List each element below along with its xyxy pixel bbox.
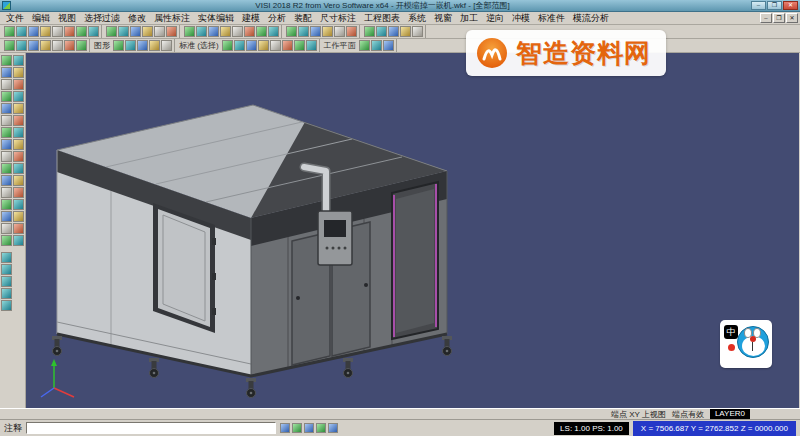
修改[interactable]: 修改 [124,12,150,25]
pick-solid[interactable] [270,40,281,51]
help-assistant[interactable] [1,300,12,311]
top-view[interactable] [346,26,357,37]
split-body[interactable] [13,199,24,210]
select-chain[interactable] [28,40,39,51]
copy[interactable] [142,26,153,37]
hidden-line-view[interactable] [310,26,321,37]
graphics-section[interactable] [149,40,160,51]
layer-indicator[interactable]: LAYER0 [710,409,750,419]
mdi-restore-button[interactable]: ❐ [773,13,785,23]
surface-plane[interactable] [1,91,12,102]
zoom-out[interactable] [196,26,207,37]
perspective-view[interactable] [322,26,333,37]
solid-revolve[interactable] [13,151,24,162]
solid-extrude[interactable] [1,151,12,162]
profile-spline[interactable] [1,79,12,90]
plugin-manager[interactable] [1,288,12,299]
pattern-entity[interactable] [1,235,12,246]
print[interactable] [40,26,51,37]
尺寸标注[interactable]: 尺寸标注 [316,12,360,25]
workplane-xy[interactable] [359,40,370,51]
profile-line[interactable] [13,55,24,66]
rotate-entity[interactable] [13,211,24,222]
属性标注[interactable]: 属性标注 [150,12,194,25]
scale-entity[interactable] [13,223,24,234]
pan-view[interactable] [232,26,243,37]
graphics-light[interactable] [161,40,172,51]
close-button[interactable]: ✕ [783,1,798,10]
view-manager[interactable] [1,264,12,275]
viewport-3d[interactable] [26,53,799,408]
zoom-window[interactable] [208,26,219,37]
pick-group[interactable] [306,40,317,51]
mdi-minimize-button[interactable]: – [760,13,772,23]
graphics-transparent[interactable] [137,40,148,51]
pick-edge[interactable] [282,40,293,51]
boolean-unite[interactable] [1,163,12,174]
分析[interactable]: 分析 [264,12,290,25]
冲模[interactable]: 冲模 [508,12,534,25]
逆向[interactable]: 逆向 [482,12,508,25]
mdi-close-button[interactable]: ✕ [786,13,798,23]
save-file[interactable] [28,26,39,37]
import-file[interactable] [64,26,75,37]
snap-toggle[interactable] [280,423,290,433]
color-palette[interactable] [376,26,387,37]
编辑[interactable]: 编辑 [28,12,54,25]
solid-block[interactable] [1,127,12,138]
视窗[interactable]: 视窗 [430,12,456,25]
snap-valid-text[interactable]: 端点有效 [672,409,704,420]
boolean-subtract[interactable] [13,163,24,174]
deselect[interactable] [64,40,75,51]
render-settings[interactable] [1,276,12,287]
pick-line[interactable] [234,40,245,51]
zoom-fit[interactable] [220,26,231,37]
surface-sweep[interactable] [13,103,24,114]
文件[interactable]: 文件 [2,12,28,25]
scale-indicator[interactable]: LS: 1.00 PS: 1.00 [554,422,629,435]
delete[interactable] [166,26,177,37]
加工[interactable]: 加工 [456,12,482,25]
refresh-view[interactable] [268,26,279,37]
surface-revolve[interactable] [1,103,12,114]
undo[interactable] [106,26,117,37]
surface-offset[interactable] [13,115,24,126]
invert-selection[interactable] [76,40,87,51]
measure-distance[interactable] [13,235,24,246]
pick-surface[interactable] [258,40,269,51]
attribute-editor[interactable] [412,26,423,37]
profile-rectangle[interactable] [13,79,24,90]
note-input[interactable] [26,422,276,434]
surface-extrude[interactable] [13,91,24,102]
snap-mode-text[interactable]: 端点 XY 上视图 [611,409,666,420]
实体编辑[interactable]: 实体编辑 [194,12,238,25]
视图[interactable]: 视图 [54,12,80,25]
previous-view[interactable] [256,26,267,37]
surface-loft[interactable] [1,115,12,126]
pick-point[interactable] [222,40,233,51]
wireframe-view[interactable] [298,26,309,37]
select-face[interactable] [40,40,51,51]
select-all[interactable] [4,40,15,51]
profile-circle[interactable] [13,67,24,78]
pick-arc[interactable] [246,40,257,51]
graphics-shade[interactable] [113,40,124,51]
rotate-view[interactable] [244,26,255,37]
zoom-in[interactable] [184,26,195,37]
ucs-toggle[interactable] [316,423,326,433]
maximize-button[interactable]: ❐ [767,1,782,10]
shell-solid[interactable] [13,187,24,198]
solid-cone[interactable] [13,139,24,150]
line-style[interactable] [388,26,399,37]
chamfer-edge[interactable] [1,187,12,198]
solid-cylinder[interactable] [13,127,24,138]
redo[interactable] [118,26,129,37]
grid-toggle[interactable] [304,423,314,433]
模流分析[interactable]: 模流分析 [569,12,613,25]
workplane-zx[interactable] [383,40,394,51]
select-body[interactable] [52,40,63,51]
minimize-button[interactable]: – [751,1,766,10]
visibility-filter[interactable] [400,26,411,37]
装配[interactable]: 装配 [290,12,316,25]
plot-preview[interactable] [52,26,63,37]
